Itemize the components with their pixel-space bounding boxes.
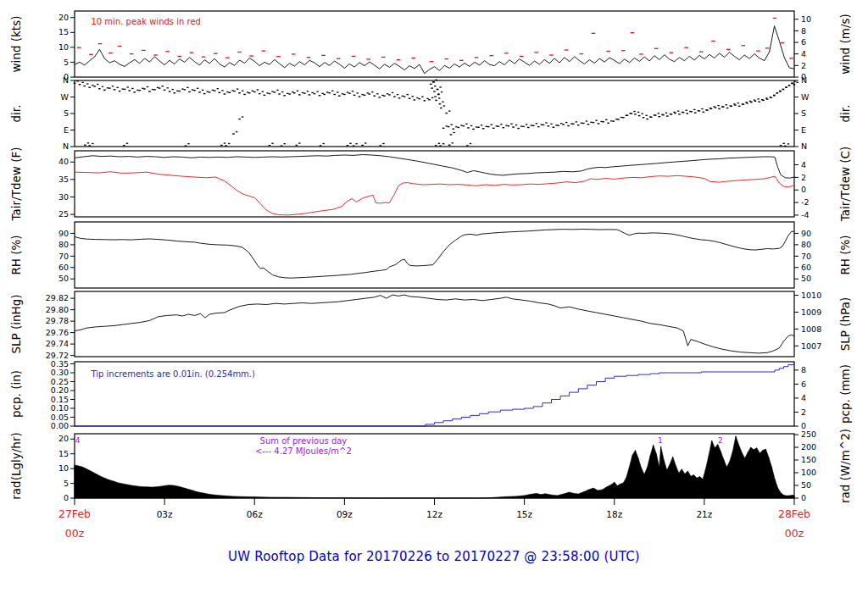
- start-time-label: 00z: [65, 527, 85, 540]
- axis-label-right-pcp: pcp. (mm): [838, 364, 852, 424]
- axis-label-right-rh: RH (%): [838, 235, 852, 274]
- svg-text:S: S: [801, 108, 806, 118]
- svg-text:N: N: [63, 141, 69, 151]
- svg-text:30: 30: [58, 192, 69, 202]
- svg-text:20: 20: [58, 13, 69, 22]
- svg-text:80: 80: [58, 240, 69, 249]
- svg-text:60: 60: [801, 263, 811, 272]
- svg-text:0: 0: [64, 493, 69, 502]
- svg-text:2: 2: [801, 61, 806, 70]
- svg-text:100: 100: [801, 468, 816, 477]
- annotation: Tip increments are 0.01in. (0.254mm.): [90, 369, 255, 379]
- x-tick-label: 21z: [696, 509, 712, 519]
- svg-text:29.76: 29.76: [46, 328, 69, 337]
- annotation: 2: [718, 436, 723, 445]
- svg-text:15: 15: [58, 449, 69, 458]
- svg-text:70: 70: [801, 252, 811, 261]
- svg-text:0.25: 0.25: [51, 377, 69, 386]
- x-tick-label: 15z: [516, 509, 532, 519]
- svg-text:N: N: [63, 75, 69, 85]
- svg-text:W: W: [61, 92, 70, 102]
- svg-text:40: 40: [58, 157, 69, 166]
- panel-pcp: 0.000.050.100.150.200.250.300.3502468pcp…: [9, 359, 852, 430]
- svg-text:1007: 1007: [801, 341, 821, 351]
- svg-text:35: 35: [58, 175, 69, 184]
- panel-wind: 051015200246810wind (kts)wind (m/s)10 mi…: [9, 11, 852, 81]
- svg-text:8: 8: [801, 365, 806, 374]
- svg-text:0: 0: [801, 493, 806, 502]
- svg-text:4: 4: [801, 160, 806, 169]
- svg-text:50: 50: [801, 274, 811, 283]
- svg-text:-2: -2: [801, 197, 809, 207]
- panel-temp: 25303540-4-2024Tair/Tdew (F)Tair/Tdew (C…: [9, 147, 852, 223]
- panel-rh: 50607080905060708090RH (%)RH (%): [9, 222, 852, 288]
- svg-text:25: 25: [58, 209, 69, 219]
- start-date-label: 27Feb: [58, 507, 91, 520]
- annotation: Sum of previous day: [260, 436, 348, 446]
- chart-title: UW Rooftop Data for 20170226 to 20170227…: [0, 549, 868, 564]
- svg-text:1008: 1008: [801, 324, 821, 334]
- svg-text:E: E: [64, 125, 69, 135]
- panel-rad: 05101520050100150200250rad(Lgly/hr)rad (…: [9, 429, 852, 503]
- svg-text:80: 80: [801, 240, 811, 249]
- weather-multipanel-chart: 051015200246810wind (kts)wind (m/s)10 mi…: [0, 0, 868, 546]
- svg-text:250: 250: [801, 430, 816, 439]
- end-date-label: 28Feb: [778, 507, 810, 520]
- svg-text:10: 10: [58, 42, 69, 52]
- svg-text:0: 0: [801, 185, 806, 194]
- svg-text:4: 4: [801, 393, 806, 402]
- svg-text:20: 20: [58, 434, 69, 443]
- svg-text:6: 6: [801, 380, 806, 389]
- svg-text:50: 50: [801, 480, 811, 490]
- annotation: 10 min. peak winds in red: [91, 17, 200, 26]
- axis-label-right-wind: wind (m/s): [838, 14, 852, 74]
- axis-label-left-rad: rad(Lgly/hr): [9, 432, 23, 499]
- panel-dir: NWSENNWSENdir.dir.: [9, 75, 852, 151]
- svg-text:6: 6: [801, 37, 806, 47]
- uw-rooftop-weather-page: 051015200246810wind (kts)wind (m/s)10 mi…: [0, 0, 868, 593]
- svg-text:90: 90: [58, 229, 69, 238]
- svg-text:0.35: 0.35: [51, 359, 69, 369]
- svg-text:-4: -4: [801, 210, 809, 219]
- axis-label-right-slp: SLP (hPa): [838, 297, 852, 351]
- svg-text:29.74: 29.74: [46, 339, 69, 348]
- annotation: 4: [75, 436, 81, 445]
- svg-text:10: 10: [58, 463, 69, 473]
- svg-text:1009: 1009: [801, 308, 821, 317]
- x-tick-label: 03z: [157, 509, 173, 519]
- panel-slp: 29.7229.7429.7629.7829.8029.821007100810…: [9, 291, 852, 360]
- svg-text:2: 2: [801, 173, 806, 182]
- svg-text:5: 5: [64, 479, 69, 488]
- x-tick-label: 09z: [337, 509, 353, 519]
- svg-text:S: S: [64, 108, 69, 118]
- svg-text:0.10: 0.10: [51, 403, 69, 413]
- svg-text:150: 150: [801, 455, 816, 464]
- annotation: 1: [658, 436, 663, 445]
- x-tick-label: 06z: [247, 509, 263, 519]
- svg-text:0.15: 0.15: [51, 395, 69, 404]
- axis-label-left-temp: Tair/Tdew (F): [9, 147, 23, 222]
- svg-text:50: 50: [58, 274, 69, 283]
- x-tick-label: 18z: [606, 509, 622, 519]
- svg-text:200: 200: [801, 442, 816, 452]
- svg-text:60: 60: [58, 263, 69, 272]
- svg-text:E: E: [801, 125, 806, 135]
- annotation: <--- 4.27 MJoules/m^2: [255, 446, 352, 456]
- svg-text:1010: 1010: [801, 291, 821, 300]
- axis-label-left-rh: RH (%): [9, 235, 23, 274]
- svg-text:29.80: 29.80: [46, 305, 69, 314]
- svg-text:5: 5: [64, 58, 69, 67]
- svg-text:8: 8: [801, 26, 806, 36]
- end-time-label: 00z: [785, 527, 804, 540]
- axis-label-left-pcp: pcp. (in): [9, 370, 23, 418]
- svg-text:4: 4: [801, 49, 806, 58]
- svg-text:10: 10: [801, 14, 811, 24]
- svg-text:70: 70: [58, 252, 69, 261]
- x-tick-label: 12z: [426, 509, 442, 519]
- axis-label-right-rad: rad (W/m^2): [838, 429, 852, 503]
- svg-text:29.78: 29.78: [46, 316, 69, 325]
- time-axis: 03z06z09z12z15z18z21z27Feb00z28Feb00z: [58, 498, 810, 540]
- svg-text:2: 2: [801, 407, 806, 417]
- svg-text:0.00: 0.00: [51, 421, 69, 430]
- svg-text:N: N: [801, 141, 807, 151]
